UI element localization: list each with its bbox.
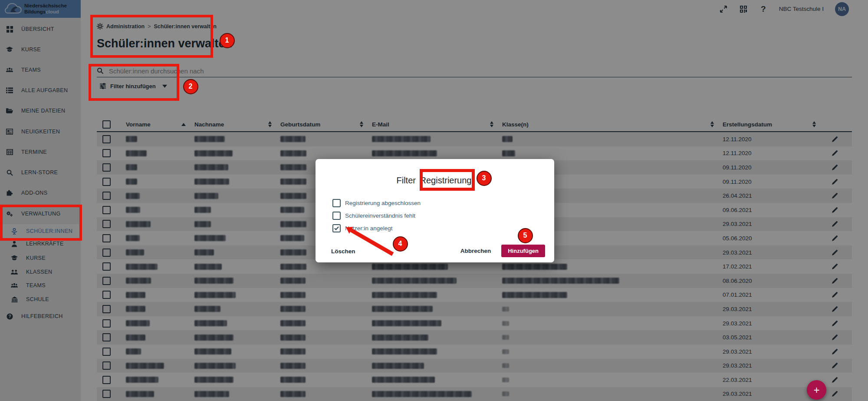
add-student-fab[interactable]: + [807,380,826,400]
checkbox-icon[interactable] [332,212,341,220]
annotation-rect-3 [420,169,475,191]
delete-filter-button[interactable]: Löschen [331,248,355,255]
annotation-badge-1: 1 [220,33,235,48]
annotation-rect-4 [0,205,82,241]
annotation-rect-1 [90,15,213,58]
filter-option-1[interactable]: Registrierung abgeschlossen [332,199,421,207]
submit-filter-button[interactable]: Hinzufügen [501,245,545,257]
annotation-badge-3: 3 [477,171,492,186]
plus-icon: + [813,384,819,396]
filter-option-2[interactable]: Schülereinverständnis fehlt [332,212,415,220]
annotation-badge-4: 4 [393,236,408,252]
annotation-badge-2: 2 [183,79,198,94]
annotation-badge-5: 5 [518,228,533,243]
annotation-rect-2 [89,64,179,101]
filter-option-3[interactable]: Nutzer:in angelegt [332,224,393,232]
cancel-button[interactable]: Abbrechen [460,248,491,254]
app-window: Niedersächsische Bildungscloud ÜBERSICHT… [0,0,868,401]
checkbox-checked-icon[interactable] [332,224,341,232]
checkbox-icon[interactable] [332,199,341,207]
